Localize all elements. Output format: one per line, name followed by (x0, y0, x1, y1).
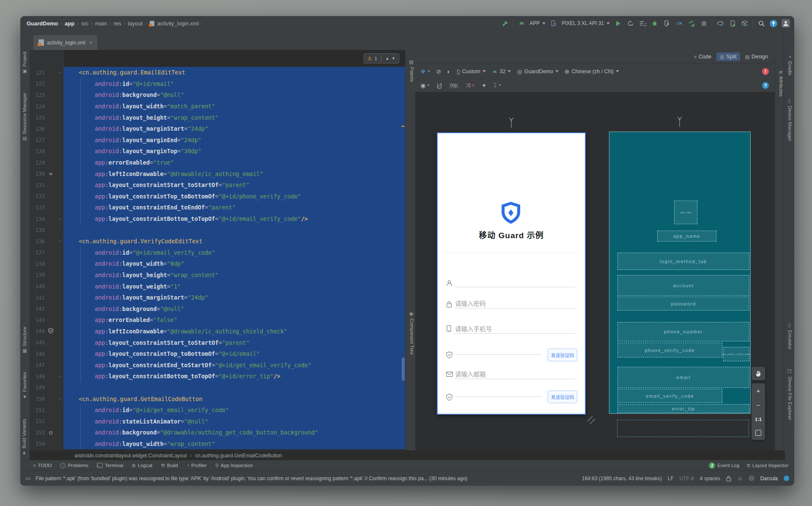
toolwindow-problems[interactable]: !Problems (60, 463, 88, 468)
code-line[interactable]: 142android:background="@null" (30, 303, 405, 314)
code-line[interactable]: 130✉app:leftIconDrawable="@drawable/ic_a… (30, 168, 405, 179)
blueprint-box-account[interactable]: account (617, 275, 749, 296)
xml-breadcrumb-item[interactable]: androidx.constraintlayout.widget.Constra… (74, 453, 187, 459)
sidebar-item-device-file-explorer[interactable]: ❐Device File Explorer (787, 369, 793, 420)
close-icon[interactable]: × (89, 39, 93, 46)
infer-constraints-icon[interactable]: ✦ (482, 82, 487, 89)
caret-position[interactable]: 164:63 (1985 chars, 43 line breaks) (582, 476, 662, 481)
encoding-indicator[interactable]: UTF-8 (680, 476, 694, 481)
blueprint-box-email[interactable]: email (617, 367, 749, 388)
code-line[interactable]: 154android:layout_width="wrap_content" (30, 438, 405, 450)
run-with-coverage-icon[interactable] (638, 19, 647, 28)
code-line[interactable]: 143app:errorEnabled="false" (30, 314, 405, 326)
code-line[interactable]: 148▴app:layout_constraintBottom_toTopOf=… (30, 371, 405, 382)
guideline-icon[interactable]: ⌶ (494, 82, 502, 89)
tab-palette[interactable]: ▧Palette (409, 59, 414, 82)
blueprint-box-email_verify_code[interactable]: email_verify_code (617, 389, 722, 403)
code-editor[interactable]: 121▾<cn.authing.guard.EmailEditText122an… (30, 50, 405, 450)
breadcrumb-item[interactable]: src (81, 20, 88, 27)
line-ending-indicator[interactable]: LF (668, 476, 674, 481)
code-line[interactable]: 134▴app:layout_constraintBottom_toTopOf=… (30, 213, 405, 225)
view-options-icon[interactable]: ◉ (420, 82, 430, 89)
status-notification-icon[interactable]: ▭ (25, 475, 30, 481)
blueprint-box-app_logo[interactable]: app_logo (674, 201, 697, 224)
sad-feedback-icon[interactable]: ☹ (749, 475, 754, 481)
toolwindow-profiler[interactable]: ◔Profiler (187, 463, 207, 468)
apply-changes-restart-icon[interactable]: A (626, 19, 634, 28)
fold-region-start[interactable]: ▾ (56, 239, 63, 243)
sidebar-item-emulator[interactable]: ▯Emulator (787, 322, 793, 349)
code-line[interactable]: 123android:background="@null" (30, 89, 405, 101)
input-underline[interactable] (454, 333, 575, 334)
input-underline[interactable] (454, 354, 541, 355)
run-button[interactable] (614, 19, 622, 28)
ide-update-icon[interactable] (769, 19, 778, 28)
xml-breadcrumb-item[interactable]: cn.authing.guard.GetEmailCodeButton (195, 453, 282, 459)
mode-split-button[interactable]: ▥Split (716, 52, 740, 61)
tab-activity-login-xml[interactable]: activity_login.xml × (33, 35, 97, 50)
input-underline[interactable] (454, 379, 575, 379)
apply-code-changes-icon[interactable] (687, 19, 696, 28)
toolwindow-terminal[interactable]: ▸_Terminal (97, 463, 123, 468)
toolwindow-build[interactable]: ⚒Build (161, 463, 178, 468)
search-everywhere-icon[interactable] (757, 19, 765, 28)
device-selector[interactable]: PIXEL 3 XL API 31 (562, 20, 610, 26)
device-manager-icon[interactable] (728, 19, 737, 28)
blueprint-box-get_phone_verify_code[interactable]: get_phone_verify_code (723, 347, 749, 361)
happy-feedback-icon[interactable]: ☺ (737, 475, 743, 481)
blueprint-box-password[interactable]: password (617, 297, 749, 311)
code-line[interactable]: 133app:layout_constraintEnd_toEndOf="par… (30, 202, 405, 213)
theme-indicator[interactable]: Darcula (760, 476, 778, 481)
gradle-sync-icon[interactable] (716, 19, 724, 28)
code-line[interactable]: 140android:layout_weight="1" (30, 280, 405, 292)
toolwindow-todo[interactable]: ≡TODO (33, 463, 52, 468)
code-line[interactable]: 122android:id="@+id/email" (30, 78, 405, 90)
device-size-selector[interactable]: ▯Custom (457, 68, 486, 75)
code-line[interactable]: 135 (30, 224, 405, 236)
help-badge[interactable]: ? (762, 82, 769, 89)
breadcrumb-item[interactable]: main (95, 20, 107, 27)
status-message[interactable]: File pattern '*.apk' (from 'bundled' plu… (36, 476, 467, 481)
code-line[interactable]: 127android:layout_marginEnd="24dp" (30, 135, 405, 146)
sidebar-item-device-manager[interactable]: ▯Device Manager (787, 98, 793, 141)
blueprint-box-phone_verify_code[interactable]: phone_verify_code (617, 343, 722, 358)
code-line[interactable]: 152android:stateListAnimator="@null" (30, 415, 405, 427)
theme-selector[interactable]: ◎GuardDemo (517, 68, 558, 75)
default-margin-selector[interactable]: 0dp (449, 82, 459, 88)
mode-code-button[interactable]: ≡Code (691, 52, 715, 61)
code-line[interactable]: 149 (30, 382, 405, 393)
toolwindow-app-inspection[interactable]: ⚲App Inspection (215, 463, 253, 468)
zoom-in-button[interactable]: + (757, 388, 760, 394)
stop-button[interactable] (700, 19, 708, 28)
run-config-selector[interactable]: APP (529, 20, 546, 26)
next-warning-button[interactable]: ▼ (392, 56, 395, 60)
editor-scrollbar[interactable] (402, 358, 405, 381)
code-line[interactable]: 128android:layout_marginTop="30dp" (30, 146, 405, 157)
design-surface-selector-icon[interactable]: ❖ (420, 68, 431, 75)
pan-tool-button[interactable] (752, 367, 765, 380)
code-line[interactable]: 129app:errorEnabled="true" (30, 157, 405, 168)
input-underline[interactable] (454, 287, 575, 287)
layout-inspector-button[interactable]: ⧉Layout Inspector (747, 463, 788, 468)
code-line[interactable]: 136▾<cn.authing.guard.VerifyCodeEditText (30, 236, 405, 247)
fold-region-end[interactable]: ▴ (56, 217, 63, 221)
sidebar-item-project[interactable]: ▣Project (22, 52, 27, 74)
code-line[interactable]: 141android:layout_marginStart="24dp" (30, 292, 405, 303)
code-line[interactable]: 132app:layout_constraintTop_toBottomOf="… (30, 191, 405, 202)
mode-design-button[interactable]: ▨Design (742, 52, 771, 61)
clear-constraints-icon[interactable]: ⤨✕ (466, 82, 475, 89)
code-line[interactable]: 131app:layout_constraintStart_toStartOf=… (30, 179, 405, 191)
code-line[interactable]: 153▢android:background="@drawable/authin… (30, 427, 405, 438)
api-level-selector[interactable]: 32 (492, 69, 511, 74)
tab-attributes[interactable]: ⇅Attributes (778, 70, 784, 97)
code-line[interactable]: 124android:layout_width="match_parent" (30, 101, 405, 112)
fold-region-end[interactable]: ▴ (56, 374, 63, 378)
event-log-button[interactable]: 2Event Log (709, 462, 739, 469)
error-badge[interactable]: ! (762, 68, 769, 75)
prev-warning-button[interactable]: ▲ (385, 56, 389, 60)
code-line[interactable]: 138android:layout_width="0dp" (30, 258, 405, 270)
autoconnect-magnet-icon[interactable]: ⋃̸ (437, 82, 442, 89)
blueprint-box-phone_number[interactable]: phone_number (617, 322, 749, 341)
input-underline[interactable] (454, 308, 575, 308)
lock-icon[interactable] (726, 476, 731, 481)
